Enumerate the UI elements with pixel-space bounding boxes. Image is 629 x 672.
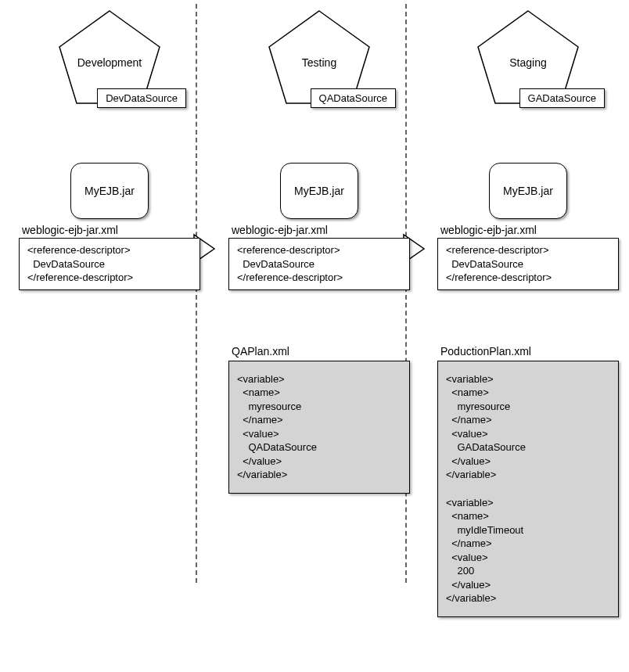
environment-pentagon: Testing QADataSource [264,8,374,110]
environment-label: Development [55,56,164,69]
plan-filename: QAPlan.xml [232,345,421,358]
datasource-box: GADataSource [519,88,605,108]
plan-filename: PoductionPlan.xml [440,345,629,358]
reference-descriptor-box: <reference-descriptor> DevDataSource </r… [228,238,410,290]
column-development: Development DevDataSource MyEJB.jar webl… [8,0,211,290]
plan-content-box: <variable> <name> myresource </name> <va… [437,361,619,617]
reference-descriptor-box: <reference-descriptor> DevDataSource </r… [19,238,200,290]
plan-content-box: <variable> <name> myresource </name> <va… [228,361,410,494]
datasource-box: DevDataSource [97,88,186,108]
reference-descriptor-box: <reference-descriptor> DevDataSource </r… [437,238,619,290]
descriptor-filename: weblogic-ejb-jar.xml [22,224,211,236]
environment-pentagon: Development DevDataSource [55,8,164,110]
ejb-jar-box: MyEJB.jar [280,163,358,219]
column-staging: Staging GADataSource MyEJB.jar weblogic-… [426,0,629,617]
descriptor-filename: weblogic-ejb-jar.xml [232,224,421,236]
environment-pentagon: Staging GADataSource [473,8,583,110]
column-testing: Testing QADataSource MyEJB.jar weblogic-… [217,0,421,494]
descriptor-filename: weblogic-ejb-jar.xml [440,224,629,236]
environment-label: Staging [473,56,583,69]
datasource-box: QADataSource [311,88,396,108]
ejb-jar-box: MyEJB.jar [70,163,149,219]
ejb-jar-box: MyEJB.jar [489,163,567,219]
environment-label: Testing [264,56,374,69]
